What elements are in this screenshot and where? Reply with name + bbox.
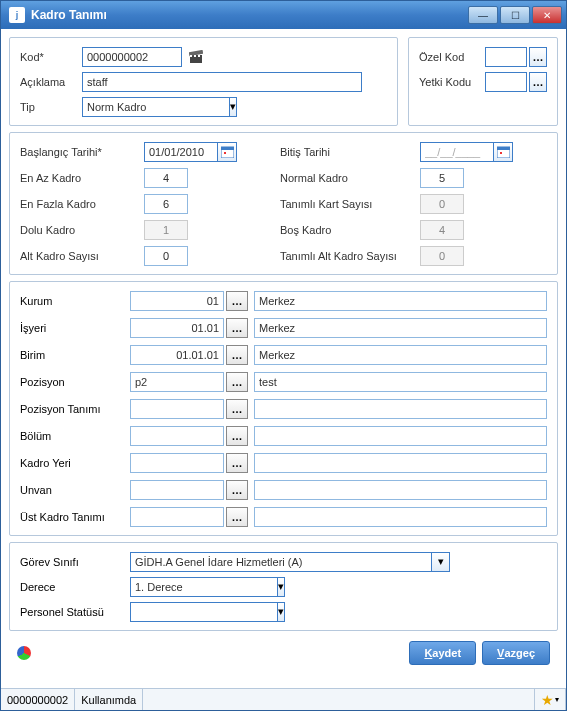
bitis-label: Bitiş Tarihi bbox=[280, 146, 420, 158]
content: Kod* Açıklama Tip ▾ bbox=[1, 29, 566, 688]
status-bar: 0000000002 Kullanımda ★▾ bbox=[1, 688, 566, 710]
lookup-button[interactable]: … bbox=[226, 318, 248, 338]
lookup-code-input[interactable] bbox=[130, 399, 224, 419]
lookup-button[interactable]: … bbox=[226, 453, 248, 473]
lookup-code-input[interactable] bbox=[130, 507, 224, 527]
ozelkod-label: Özel Kod bbox=[419, 51, 485, 63]
svg-rect-7 bbox=[224, 152, 226, 154]
enfazla-input[interactable] bbox=[144, 194, 188, 214]
tip-input[interactable] bbox=[82, 97, 229, 117]
enaz-input[interactable] bbox=[144, 168, 188, 188]
lookup-label: Birim bbox=[20, 349, 130, 361]
panel-basic: Kod* Açıklama Tip ▾ bbox=[9, 37, 398, 126]
minimize-button[interactable]: — bbox=[468, 6, 498, 24]
maximize-button[interactable]: ☐ bbox=[500, 6, 530, 24]
status-state: Kullanımda bbox=[75, 689, 143, 710]
bitis-input[interactable] bbox=[420, 142, 494, 162]
ozelkod-lookup-button[interactable]: … bbox=[529, 47, 547, 67]
lookup-code-input[interactable] bbox=[130, 453, 224, 473]
tip-combo[interactable]: ▾ bbox=[82, 97, 202, 117]
gorev-input[interactable] bbox=[130, 552, 431, 572]
lookup-button[interactable]: … bbox=[226, 372, 248, 392]
tanimlikart-input bbox=[420, 194, 464, 214]
lookup-label: Üst Kadro Tanımı bbox=[20, 511, 130, 523]
color-icon[interactable] bbox=[17, 646, 31, 660]
chevron-down-icon[interactable]: ▾ bbox=[277, 602, 285, 622]
lookup-code-input[interactable] bbox=[130, 291, 224, 311]
calendar-icon[interactable] bbox=[218, 142, 237, 162]
gorev-combo[interactable]: ▾ bbox=[130, 552, 450, 572]
tanimlikart-label: Tanımlı Kart Sayısı bbox=[280, 198, 420, 210]
aciklama-label: Açıklama bbox=[20, 76, 82, 88]
normal-label: Normal Kadro bbox=[280, 172, 420, 184]
yetki-input[interactable] bbox=[485, 72, 527, 92]
panel-codes: Özel Kod … Yetki Kodu … bbox=[408, 37, 558, 126]
gorev-label: Görev Sınıfı bbox=[20, 556, 130, 568]
tip-label: Tip bbox=[20, 101, 82, 113]
app-icon: j bbox=[9, 7, 25, 23]
lookup-desc-input[interactable] bbox=[254, 345, 547, 365]
lookup-code-input[interactable] bbox=[130, 372, 224, 392]
derece-input[interactable] bbox=[130, 577, 277, 597]
lookup-desc-input[interactable] bbox=[254, 291, 547, 311]
button-bar: Kaydet Vazgeç bbox=[9, 637, 558, 669]
window: j Kadro Tanımı — ☐ ✕ Kod* Açıklama bbox=[0, 0, 567, 711]
lookup-button[interactable]: … bbox=[226, 291, 248, 311]
enfazla-label: En Fazla Kadro bbox=[20, 198, 144, 210]
tanimlialt-input bbox=[420, 246, 464, 266]
lookup-label: Unvan bbox=[20, 484, 130, 496]
lookup-desc-input[interactable] bbox=[254, 318, 547, 338]
lookup-desc-input[interactable] bbox=[254, 453, 547, 473]
lookup-desc-input[interactable] bbox=[254, 480, 547, 500]
alt-label: Alt Kadro Sayısı bbox=[20, 250, 144, 262]
svg-rect-3 bbox=[194, 55, 196, 57]
statu-label: Personel Statüsü bbox=[20, 606, 130, 618]
lookup-label: Kadro Yeri bbox=[20, 457, 130, 469]
lookup-desc-input[interactable] bbox=[254, 399, 547, 419]
lookup-label: Pozisyon bbox=[20, 376, 130, 388]
lookup-label: Pozisyon Tanımı bbox=[20, 403, 130, 415]
lookup-code-input[interactable] bbox=[130, 318, 224, 338]
alt-input[interactable] bbox=[144, 246, 188, 266]
lookup-button[interactable]: … bbox=[226, 399, 248, 419]
status-star[interactable]: ★▾ bbox=[535, 689, 566, 710]
chevron-down-icon[interactable]: ▾ bbox=[229, 97, 237, 117]
derece-combo[interactable]: ▾ bbox=[130, 577, 240, 597]
cancel-button[interactable]: Vazgeç bbox=[482, 641, 550, 665]
ozelkod-input[interactable] bbox=[485, 47, 527, 67]
aciklama-input[interactable] bbox=[82, 72, 362, 92]
titlebar[interactable]: j Kadro Tanımı — ☐ ✕ bbox=[1, 1, 566, 29]
lookup-button[interactable]: … bbox=[226, 426, 248, 446]
chevron-down-icon[interactable]: ▾ bbox=[431, 552, 450, 572]
svg-rect-2 bbox=[190, 55, 192, 57]
lookup-code-input[interactable] bbox=[130, 426, 224, 446]
lookup-desc-input[interactable] bbox=[254, 507, 547, 527]
bos-input bbox=[420, 220, 464, 240]
lookup-button[interactable]: … bbox=[226, 345, 248, 365]
lookup-code-input[interactable] bbox=[130, 480, 224, 500]
statu-input[interactable] bbox=[130, 602, 277, 622]
lookup-desc-input[interactable] bbox=[254, 372, 547, 392]
kod-label: Kod* bbox=[20, 51, 82, 63]
panel-lookups: Kurum…İşyeri…Birim…Pozisyon…Pozisyon Tan… bbox=[9, 281, 558, 536]
yetki-lookup-button[interactable]: … bbox=[529, 72, 547, 92]
lookup-button[interactable]: … bbox=[226, 507, 248, 527]
lookup-label: Bölüm bbox=[20, 430, 130, 442]
bos-label: Boş Kadro bbox=[280, 224, 420, 236]
statu-combo[interactable]: ▾ bbox=[130, 602, 240, 622]
baslangic-label: Başlangıç Tarihi* bbox=[20, 146, 144, 158]
clapper-icon[interactable] bbox=[188, 49, 204, 65]
lookup-button[interactable]: … bbox=[226, 480, 248, 500]
kod-input[interactable] bbox=[82, 47, 182, 67]
close-button[interactable]: ✕ bbox=[532, 6, 562, 24]
save-button[interactable]: Kaydet bbox=[409, 641, 476, 665]
lookup-code-input[interactable] bbox=[130, 345, 224, 365]
baslangic-input[interactable] bbox=[144, 142, 218, 162]
normal-input[interactable] bbox=[420, 168, 464, 188]
lookup-desc-input[interactable] bbox=[254, 426, 547, 446]
dolu-input bbox=[144, 220, 188, 240]
calendar-icon[interactable] bbox=[494, 142, 513, 162]
yetki-label: Yetki Kodu bbox=[419, 76, 485, 88]
derece-label: Derece bbox=[20, 581, 130, 593]
chevron-down-icon[interactable]: ▾ bbox=[277, 577, 285, 597]
